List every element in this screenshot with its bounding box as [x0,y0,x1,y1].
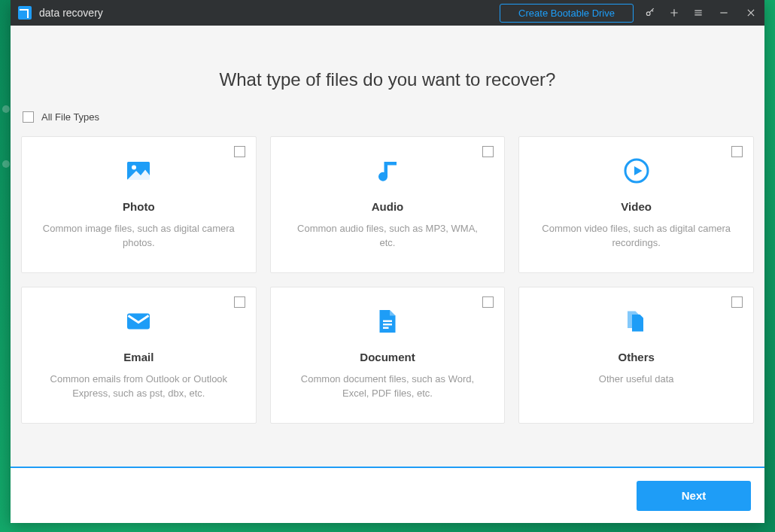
card-title: Audio [372,200,404,213]
card-video[interactable]: Video Common video files, such as digita… [518,136,754,273]
card-email[interactable]: Email Common emails from Outlook or Outl… [21,287,257,424]
next-button[interactable]: Next [637,481,751,511]
card-video-checkbox[interactable] [731,146,743,157]
menu-icon[interactable] [692,7,704,19]
photo-icon [125,152,152,190]
svg-rect-7 [383,327,389,329]
app-title: data recovery [39,7,500,19]
svg-point-2 [132,166,136,170]
card-audio[interactable]: Audio Common audio files, such as MP3, W… [270,136,506,273]
svg-rect-5 [383,321,392,322]
card-desc: Common image files, such as digital came… [35,222,242,251]
close-icon[interactable] [743,7,758,19]
card-document[interactable]: Document Common document files, such as … [270,287,506,424]
main-content: What type of files do you want to recove… [11,26,764,467]
app-window: data recovery Create Bootable Drive What… [11,0,764,523]
document-icon [374,302,401,340]
email-icon [125,302,152,340]
audio-icon [374,152,401,190]
card-title: Video [621,200,652,213]
app-logo-icon [18,6,32,20]
titlebar: data recovery Create Bootable Drive [11,0,764,26]
card-others[interactable]: Others Other useful data [518,287,754,424]
card-desc: Common video files, such as digital came… [533,222,740,251]
create-bootable-drive-button[interactable]: Create Bootable Drive [500,4,634,23]
card-document-checkbox[interactable] [482,296,494,308]
card-title: Photo [123,200,155,213]
all-file-types-checkbox[interactable] [23,111,34,123]
card-title: Document [360,351,415,363]
card-desc: Common audio files, such as MP3, WMA, et… [284,222,491,251]
card-desc: Common emails from Outlook or Outlook Ex… [35,372,242,401]
minimize-icon[interactable] [716,7,731,19]
video-icon [623,152,650,190]
plus-icon[interactable] [668,7,680,19]
card-email-checkbox[interactable] [234,296,245,308]
card-title: Others [618,351,654,363]
card-others-checkbox[interactable] [731,296,743,308]
card-photo[interactable]: Photo Common image files, such as digita… [21,136,257,273]
page-headline: What type of files do you want to recove… [21,69,754,90]
file-type-grid: Photo Common image files, such as digita… [21,136,754,424]
all-file-types-label: All File Types [41,111,99,123]
others-icon [623,302,650,340]
card-desc: Common document files, such as Word, Exc… [284,372,491,401]
card-photo-checkbox[interactable] [234,146,245,157]
footer-bar: Next [11,467,764,523]
card-desc: Other useful data [594,372,679,387]
all-file-types-row[interactable]: All File Types [21,111,754,123]
svg-rect-6 [383,324,392,325]
card-title: Email [123,351,153,363]
svg-point-0 [646,12,650,16]
card-audio-checkbox[interactable] [482,146,494,157]
key-icon[interactable] [644,7,656,19]
